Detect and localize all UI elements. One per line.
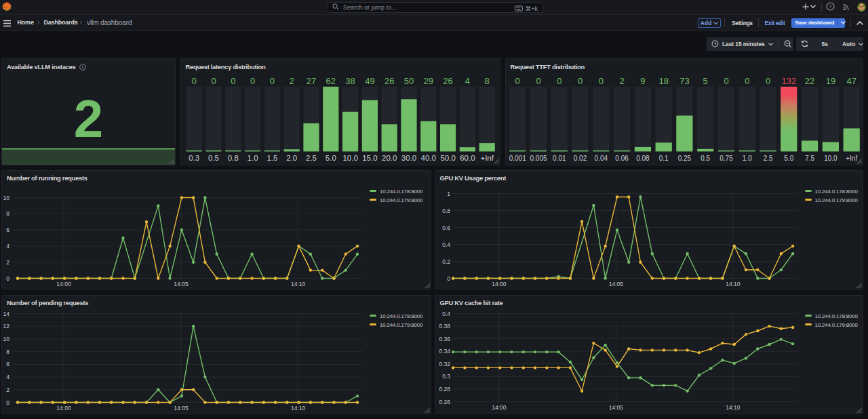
svg-text:14:00: 14:00 xyxy=(56,405,71,412)
svg-text:14:05: 14:05 xyxy=(174,405,189,412)
svg-text:0.75: 0.75 xyxy=(719,155,733,162)
svg-text:10: 10 xyxy=(3,194,10,201)
svg-text:19: 19 xyxy=(825,76,835,86)
svg-text:18: 18 xyxy=(658,76,668,86)
svg-text:14:00: 14:00 xyxy=(492,404,507,411)
svg-text:0.6: 0.6 xyxy=(442,224,450,231)
svg-text:132: 132 xyxy=(781,76,796,86)
svg-text:0.06: 0.06 xyxy=(615,155,629,162)
svg-text:0: 0 xyxy=(598,76,603,86)
svg-text:0.32: 0.32 xyxy=(439,360,450,367)
svg-text:0.26: 0.26 xyxy=(439,398,450,405)
svg-text:0.4: 0.4 xyxy=(442,241,450,247)
svg-text:0.36: 0.36 xyxy=(439,335,450,342)
svg-text:29: 29 xyxy=(423,76,433,86)
svg-text:0: 0 xyxy=(231,76,235,86)
svg-text:0.001: 0.001 xyxy=(509,155,526,162)
svg-text:14: 14 xyxy=(3,310,10,317)
svg-text:20.0: 20.0 xyxy=(382,154,397,162)
svg-text:4: 4 xyxy=(6,242,9,249)
svg-text:8: 8 xyxy=(6,348,9,355)
svg-text:2.5: 2.5 xyxy=(763,155,772,162)
svg-text:5: 5 xyxy=(703,76,707,86)
svg-text:0.08: 0.08 xyxy=(636,155,650,162)
svg-text:38: 38 xyxy=(345,76,355,86)
svg-text:2.0: 2.0 xyxy=(286,154,297,162)
svg-text:0.005: 0.005 xyxy=(530,155,547,162)
svg-text:49: 49 xyxy=(365,76,374,86)
svg-text:6: 6 xyxy=(6,361,9,367)
svg-text:0.5: 0.5 xyxy=(208,154,219,162)
svg-text:5.0: 5.0 xyxy=(325,154,336,162)
svg-text:0: 0 xyxy=(557,76,561,86)
svg-text:0: 0 xyxy=(515,76,519,86)
svg-text:0.04: 0.04 xyxy=(594,155,608,162)
svg-text:14:10: 14:10 xyxy=(726,404,741,411)
svg-text:0: 0 xyxy=(745,76,749,86)
svg-text:1.5: 1.5 xyxy=(267,154,277,162)
svg-text:0: 0 xyxy=(250,76,254,86)
svg-text:2: 2 xyxy=(289,76,294,86)
svg-text:?: ? xyxy=(829,4,831,9)
svg-text:14:10: 14:10 xyxy=(291,405,306,412)
svg-text:26: 26 xyxy=(443,76,452,86)
svg-text:+Inf: +Inf xyxy=(846,155,857,162)
svg-text:8: 8 xyxy=(6,210,9,217)
svg-text:0: 0 xyxy=(269,76,274,86)
svg-text:27: 27 xyxy=(306,76,315,86)
svg-text:14:05: 14:05 xyxy=(608,281,623,287)
svg-text:0: 0 xyxy=(577,76,582,86)
svg-text:5.0: 5.0 xyxy=(784,155,793,162)
svg-text:0.02: 0.02 xyxy=(573,155,587,162)
svg-text:14:10: 14:10 xyxy=(726,281,741,287)
svg-text:0.28: 0.28 xyxy=(439,385,450,392)
svg-text:2: 2 xyxy=(6,258,9,265)
svg-text:0: 0 xyxy=(536,76,540,86)
svg-text:40.0: 40.0 xyxy=(420,154,435,162)
svg-text:12: 12 xyxy=(3,323,10,330)
svg-text:10.0: 10.0 xyxy=(824,155,837,162)
svg-text:+Inf: +Inf xyxy=(480,154,494,162)
svg-text:2: 2 xyxy=(619,76,624,86)
svg-text:14:00: 14:00 xyxy=(492,281,507,287)
svg-text:0.8: 0.8 xyxy=(442,207,450,214)
svg-text:2.5: 2.5 xyxy=(306,154,317,162)
svg-text:4: 4 xyxy=(465,76,469,86)
svg-text:8: 8 xyxy=(484,76,489,86)
svg-text:1: 1 xyxy=(447,190,450,197)
svg-text:10: 10 xyxy=(3,335,10,342)
svg-text:0: 0 xyxy=(191,76,196,86)
svg-text:14:10: 14:10 xyxy=(291,281,306,287)
svg-text:30.0: 30.0 xyxy=(401,154,416,162)
svg-text:0.3: 0.3 xyxy=(442,373,450,380)
svg-text:47: 47 xyxy=(846,76,856,86)
svg-text:0: 0 xyxy=(765,76,770,86)
svg-text:4: 4 xyxy=(6,374,9,380)
svg-text:0: 0 xyxy=(211,76,216,86)
svg-text:0.01: 0.01 xyxy=(553,155,566,162)
svg-text:0: 0 xyxy=(447,275,450,281)
svg-text:0: 0 xyxy=(724,76,728,86)
svg-text:0.3: 0.3 xyxy=(189,154,199,162)
svg-text:50.0: 50.0 xyxy=(440,154,455,162)
svg-text:0.8: 0.8 xyxy=(227,154,238,162)
svg-text:0.5: 0.5 xyxy=(701,155,710,162)
svg-text:22: 22 xyxy=(804,76,814,86)
svg-text:14:05: 14:05 xyxy=(174,281,189,287)
svg-text:1.0: 1.0 xyxy=(742,155,751,162)
svg-text:6: 6 xyxy=(6,226,9,233)
svg-text:9: 9 xyxy=(640,76,645,86)
svg-text:15.0: 15.0 xyxy=(362,154,377,162)
svg-text:1.0: 1.0 xyxy=(247,154,258,162)
svg-text:14:00: 14:00 xyxy=(56,281,71,287)
svg-text:26: 26 xyxy=(384,76,393,86)
svg-text:62: 62 xyxy=(326,76,335,86)
svg-text:0.2: 0.2 xyxy=(442,258,450,264)
svg-text:0.1: 0.1 xyxy=(658,155,668,162)
svg-text:0: 0 xyxy=(6,275,9,281)
svg-text:60.0: 60.0 xyxy=(460,154,475,162)
svg-text:10.0: 10.0 xyxy=(342,154,357,162)
svg-text:50: 50 xyxy=(403,76,413,86)
svg-text:73: 73 xyxy=(679,76,689,86)
svg-text:14:05: 14:05 xyxy=(608,404,623,411)
